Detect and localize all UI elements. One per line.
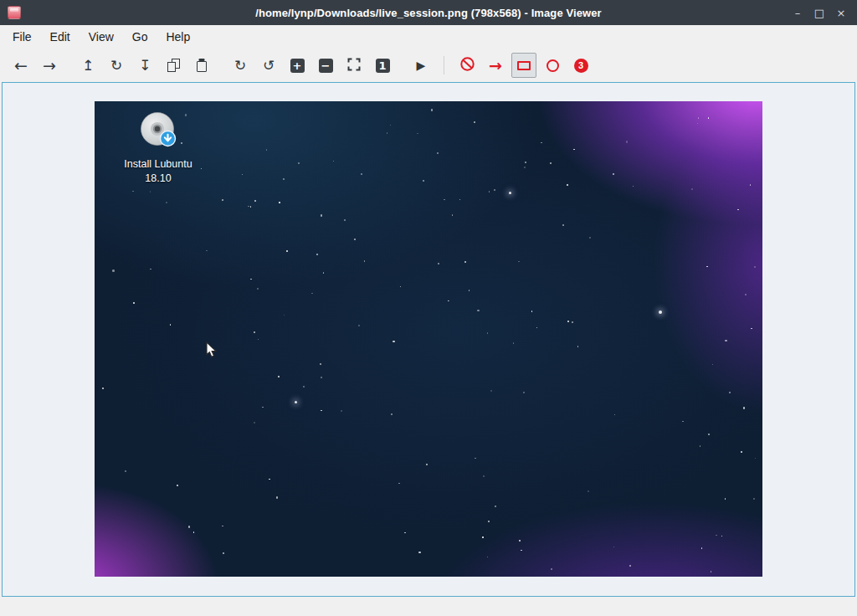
star (321, 377, 323, 379)
star (750, 184, 752, 186)
star (521, 550, 522, 552)
star (531, 311, 533, 312)
annotation-none-button[interactable] (454, 53, 480, 78)
star (711, 571, 712, 572)
star (298, 162, 300, 165)
star (518, 261, 520, 263)
star (633, 186, 634, 187)
star (477, 310, 480, 312)
arrow-left-icon: ← (14, 58, 28, 74)
star (519, 540, 521, 542)
star (613, 547, 615, 548)
save-file-button[interactable]: ↧ (132, 53, 157, 78)
reload-icon: ↻ (110, 59, 122, 73)
star (248, 206, 249, 208)
annotation-arrow-button[interactable]: → (483, 53, 508, 78)
star (487, 557, 489, 558)
star (250, 206, 252, 208)
star (276, 496, 279, 499)
star (112, 270, 115, 272)
zoom-in-button[interactable]: + (285, 53, 310, 78)
toolbar-separator (444, 56, 444, 74)
upload-icon: ↥ (82, 59, 94, 73)
paste-button[interactable] (189, 53, 214, 78)
star (257, 288, 259, 290)
rotate-counterclockwise-button[interactable]: ↺ (256, 53, 281, 78)
desktop-icon-label: Install Lubuntu 18.10 (110, 157, 207, 186)
annotation-number-button[interactable]: 3 (568, 53, 593, 78)
menu-edit[interactable]: Edit (41, 27, 80, 47)
star (222, 526, 223, 527)
star (125, 470, 126, 472)
annotation-rectangle-button[interactable] (511, 53, 536, 78)
star (133, 302, 136, 305)
fit-window-button[interactable] (341, 53, 367, 78)
star (418, 552, 421, 554)
star (258, 339, 259, 341)
star (613, 173, 614, 175)
star (266, 149, 268, 151)
star (391, 413, 393, 415)
next-file-button[interactable]: → (37, 53, 62, 78)
star (132, 191, 134, 192)
star (404, 532, 406, 534)
star (708, 117, 710, 119)
star (513, 342, 515, 344)
displayed-image[interactable]: Install Lubuntu 18.10 (95, 101, 762, 577)
star (751, 328, 752, 330)
star (697, 123, 699, 125)
menu-go[interactable]: Go (123, 27, 157, 47)
star (716, 535, 717, 536)
star (269, 479, 270, 480)
star (188, 526, 191, 528)
star (701, 547, 703, 549)
star (452, 214, 454, 216)
menu-file[interactable]: File (3, 27, 41, 47)
star (279, 202, 280, 203)
star (536, 327, 538, 329)
star (358, 325, 360, 326)
star (321, 214, 323, 217)
star (682, 421, 684, 423)
previous-file-button[interactable]: ← (8, 53, 33, 78)
save-icon: ↧ (139, 59, 151, 73)
star (487, 332, 489, 334)
star (354, 239, 356, 240)
paste-icon (197, 61, 207, 72)
rotate-clockwise-icon: ↻ (234, 59, 246, 73)
star (344, 219, 346, 221)
star (254, 331, 255, 333)
star (577, 346, 579, 347)
window-title: /home/lynp/Downloads/live_session.png (7… (0, 7, 857, 19)
star (469, 290, 470, 291)
star (475, 458, 476, 459)
star (390, 125, 392, 126)
star (206, 250, 208, 252)
maximize-button[interactable]: □ (810, 3, 829, 22)
install-lubuntu-desktop-icon: Install Lubuntu 18.10 (110, 111, 207, 186)
play-slideshow-button[interactable]: ▶ (408, 53, 434, 78)
bright-star (295, 401, 297, 403)
reload-button[interactable]: ↻ (104, 53, 129, 78)
image-viewport[interactable]: Install Lubuntu 18.10 (2, 82, 855, 597)
red-arrow-icon: → (489, 58, 502, 74)
annotation-circle-button[interactable] (540, 53, 565, 78)
star (222, 199, 223, 201)
minimize-button[interactable]: – (788, 3, 807, 22)
open-file-button[interactable]: ↥ (75, 53, 100, 78)
star (588, 490, 589, 492)
star (489, 191, 490, 192)
star (755, 458, 757, 459)
rotate-clockwise-button[interactable]: ↻ (228, 53, 253, 78)
star (725, 340, 727, 342)
star (423, 180, 425, 182)
menu-view[interactable]: View (80, 27, 123, 47)
play-icon: ▶ (417, 59, 426, 71)
original-size-button[interactable]: 1 (370, 53, 395, 78)
copy-button[interactable] (161, 53, 186, 78)
close-button[interactable]: × (832, 3, 850, 22)
titlebar[interactable]: /home/lynp/Downloads/live_session.png (7… (0, 0, 857, 25)
zoom-out-button[interactable]: − (313, 53, 338, 78)
star (700, 445, 701, 447)
menu-help[interactable]: Help (157, 27, 199, 47)
